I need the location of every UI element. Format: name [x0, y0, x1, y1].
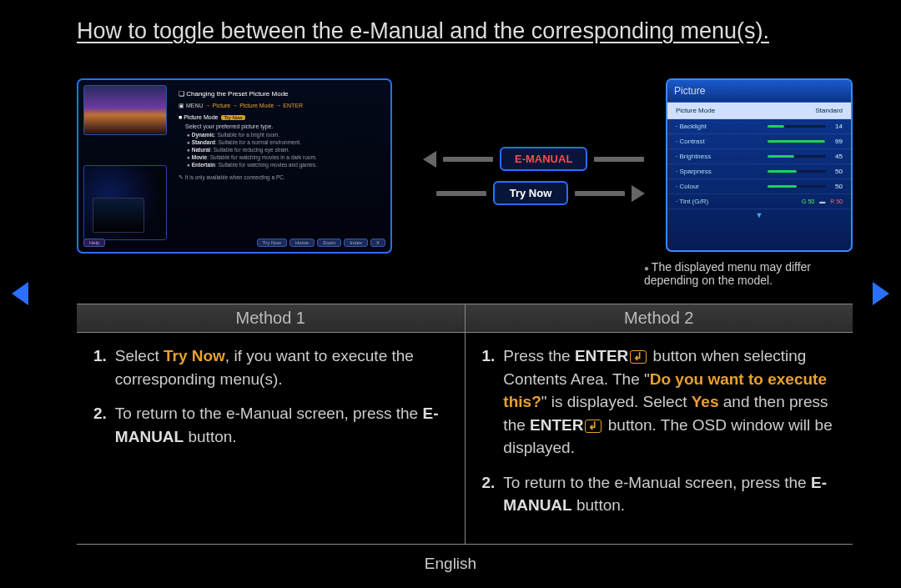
enter-icon	[585, 420, 602, 433]
slider-row-sparpness[interactable]: Sparpness50	[667, 164, 851, 179]
picture-menu-note: The displayed menu may differ depending …	[644, 260, 853, 287]
emanual-bullets: ● Dynamic: Suitable for a bright room. ●…	[187, 132, 382, 168]
method2-body: 1. Press the ENTER button when selecting…	[466, 333, 853, 544]
trynow-mini-button[interactable]: Try Now	[257, 239, 287, 247]
arrow-right-icon	[632, 185, 645, 202]
page-title: How to toggle between the e-Manual and t…	[0, 0, 901, 44]
picture-osd-menu: Picture Picture ModeStandard Backlight14…	[666, 78, 853, 252]
emanual-pill[interactable]: E-MANUAL	[500, 147, 587, 171]
emanual-preview: ❏ Changing the Preset Picture Mode ▣ MEN…	[77, 78, 392, 254]
picture-menu-title: Picture	[667, 80, 851, 103]
picture-mode-row[interactable]: Picture ModeStandard	[667, 103, 851, 119]
method1-header: Method 1	[77, 304, 466, 332]
home-button[interactable]: Home	[289, 239, 315, 247]
preview-thumbnail-2	[83, 165, 167, 240]
footer-language: English	[0, 555, 901, 573]
close-button[interactable]: X	[370, 239, 385, 247]
slider-row-colour[interactable]: Colour50	[667, 179, 851, 194]
emanual-breadcrumb: ▣ MENU → Picture → Picture Mode → ENTER	[179, 103, 382, 109]
arrow-left-icon	[423, 151, 436, 168]
index-button[interactable]: Index	[344, 239, 368, 247]
next-page-arrow[interactable]	[873, 282, 889, 305]
emanual-description: Select your preferred picture type.	[185, 123, 382, 129]
diagram-row: ❏ Changing the Preset Picture Mode ▣ MEN…	[77, 78, 853, 304]
chevron-down-icon[interactable]: ▼	[756, 211, 763, 219]
slider-row-contrast[interactable]: Contrast99	[667, 134, 851, 149]
emanual-heading: ❏ Changing the Preset Picture Mode	[179, 90, 382, 98]
emanual-subheading: ■ Picture Mode Try Now	[179, 114, 382, 120]
preview-thumbnail-1	[83, 85, 167, 135]
slider-row-brightness[interactable]: Brightness45	[667, 149, 851, 164]
help-button[interactable]: Help	[83, 239, 105, 247]
prev-page-arrow[interactable]	[12, 282, 28, 305]
toggle-arrows: E-MANUAL Try Now	[423, 137, 690, 215]
zoom-button[interactable]: Zoom	[317, 239, 341, 247]
tint-row[interactable]: Tint (G/R) G 50▬R 50	[667, 194, 851, 209]
emanual-note: ✎ It is only available when connecting a…	[179, 174, 382, 181]
method1-body: 1. Select Try Now, if you want to execut…	[77, 333, 466, 544]
emanual-toolbar: Help Try Now Home Zoom Index X	[83, 239, 385, 247]
methods-table: Method 1 Method 2 1. Select Try Now, if …	[77, 304, 853, 545]
slider-row-backlight[interactable]: Backlight14	[667, 119, 851, 134]
enter-icon	[630, 350, 647, 364]
method2-header: Method 2	[466, 304, 853, 332]
trynow-pill[interactable]: Try Now	[493, 181, 568, 205]
